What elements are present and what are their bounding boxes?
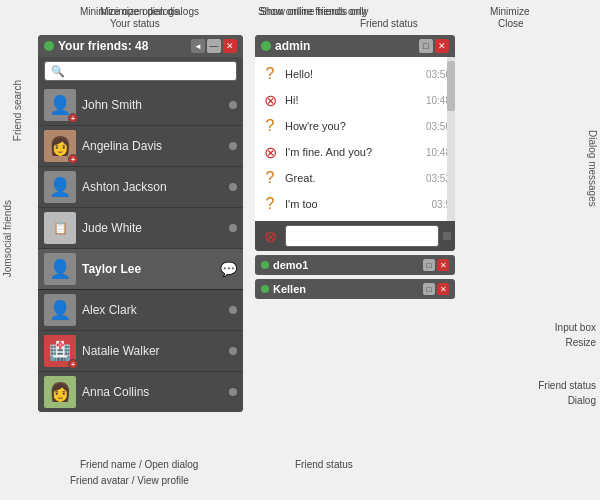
- badge-natalie: +: [68, 359, 78, 369]
- msg-row-2: ⊗ Hi! 10:48: [259, 87, 451, 113]
- scrollbar-track[interactable]: [447, 57, 455, 221]
- mini-online-dot-demo1: [261, 261, 269, 269]
- minimize-btn[interactable]: —: [207, 39, 221, 53]
- msg-text-1: Hello!: [285, 68, 422, 80]
- avatar-alex: 👤: [44, 294, 76, 326]
- mini-close-demo1[interactable]: ✕: [437, 259, 449, 271]
- mini-square-kellen[interactable]: □: [423, 283, 435, 295]
- avatar-jude: 📋: [44, 212, 76, 244]
- chat-icon-taylor: 💬: [220, 261, 237, 277]
- annotation-your-status: Your status: [110, 18, 160, 29]
- chat-square-btn[interactable]: □: [419, 39, 433, 53]
- avatar-wrap-angelina: 👩 +: [44, 130, 76, 162]
- status-dot-angelina: [229, 142, 237, 150]
- msg-row-1: ? Hello! 03:50: [259, 61, 451, 87]
- mini-panel-kellen: Kellen □ ✕: [255, 279, 455, 299]
- avatar-wrap-natalie: 🏥 +: [44, 335, 76, 367]
- friend-name-ashton: Ashton Jackson: [82, 180, 223, 194]
- msg-text-4: I'm fine. And you?: [285, 146, 422, 158]
- side-label-dialog-messages: Dialog messages: [587, 130, 598, 207]
- chat-input-area: ⊗: [255, 221, 455, 251]
- avatar-wrap-alex: 👤: [44, 294, 76, 326]
- online-indicator: [44, 41, 54, 51]
- chat-input[interactable]: [285, 225, 439, 247]
- friend-name-taylor: Taylor Lee: [82, 262, 214, 276]
- mini-controls-kellen: □ ✕: [423, 283, 449, 295]
- avatar-wrap-taylor: 👤: [44, 253, 76, 285]
- annotation-minimize-dialogs: Minimize open dialogs: [100, 6, 199, 17]
- side-label-friend-search: Friend search: [12, 80, 23, 141]
- friend-name-natalie: Natalie Walker: [82, 344, 223, 358]
- msg-avatar-3: ?: [259, 115, 281, 137]
- chat-header-admin: admin □ ✕: [255, 35, 455, 57]
- annotation-friend-status-bottom: Friend status: [538, 380, 596, 391]
- msg-avatar-4: ⊗: [259, 141, 281, 163]
- main-container: Your friends: 48 ◄ — ✕ 👤 + John Smith: [38, 35, 455, 412]
- search-input[interactable]: [44, 61, 237, 81]
- avatar-wrap-john: 👤 +: [44, 89, 76, 121]
- mini-title-kellen: Kellen: [273, 283, 419, 295]
- friend-item-anna[interactable]: 👩 Anna Collins: [38, 372, 243, 412]
- annotation-input-box: Input box: [555, 322, 596, 333]
- annotation-friend-name: Friend name / Open dialog: [80, 459, 198, 470]
- msg-avatar-6: ?: [259, 193, 281, 215]
- mini-title-demo1: demo1: [273, 259, 419, 271]
- friend-list-title: Your friends: 48: [58, 39, 187, 53]
- chat-controls: □ ✕: [419, 39, 449, 53]
- mini-controls-demo1: □ ✕: [423, 259, 449, 271]
- mini-close-kellen[interactable]: ✕: [437, 283, 449, 295]
- annotation-close: Close: [498, 18, 524, 29]
- status-dot-ashton: [229, 183, 237, 191]
- friend-item-jude[interactable]: 📋 Jude White: [38, 208, 243, 249]
- friend-item-angelina[interactable]: 👩 + Angelina Davis: [38, 126, 243, 167]
- friend-list-panel: Your friends: 48 ◄ — ✕ 👤 + John Smith: [38, 35, 243, 412]
- chat-panel-admin: admin □ ✕ ? Hello! 03:50 ⊗ Hi! 10:48: [255, 35, 455, 251]
- close-btn[interactable]: ✕: [223, 39, 237, 53]
- status-dot-john: [229, 101, 237, 109]
- friend-list-header: Your friends: 48 ◄ — ✕: [38, 35, 243, 57]
- msg-avatar-5: ?: [259, 167, 281, 189]
- resize-handle[interactable]: [443, 232, 451, 240]
- status-dot-alex: [229, 306, 237, 314]
- friend-item-john-smith[interactable]: 👤 + John Smith: [38, 85, 243, 126]
- msg-avatar-2: ⊗: [259, 89, 281, 111]
- avatar-wrap-jude: 📋: [44, 212, 76, 244]
- annotation-friend-avatar: Friend avatar / View profile: [70, 475, 189, 486]
- avatar-ashton: 👤: [44, 171, 76, 203]
- friend-item-taylor[interactable]: 👤 Taylor Lee 💬: [38, 249, 243, 290]
- search-container: [38, 57, 243, 85]
- msg-text-3: How're you?: [285, 120, 422, 132]
- annotation-resize: Resize: [565, 337, 596, 348]
- chat-close-btn[interactable]: ✕: [435, 39, 449, 53]
- status-dot-jude: [229, 224, 237, 232]
- chat-title-admin: admin: [275, 39, 415, 53]
- scrollbar-thumb[interactable]: [447, 61, 455, 111]
- friend-name-anna: Anna Collins: [82, 385, 223, 399]
- mini-online-dot-kellen: [261, 285, 269, 293]
- annotation-minimize: Minimize: [490, 6, 529, 17]
- badge-john: +: [68, 113, 78, 123]
- avatar-anna: 👩: [44, 376, 76, 408]
- msg-avatar-1: ?: [259, 63, 281, 85]
- msg-text-6: I'm too: [285, 198, 428, 210]
- msg-text-5: Great.: [285, 172, 422, 184]
- chat-online-dot: [261, 41, 271, 51]
- friend-item-ashton[interactable]: 👤 Ashton Jackson: [38, 167, 243, 208]
- side-label-jomsocial: Jomsocial friends: [2, 200, 13, 277]
- friend-list-scroll[interactable]: 👤 + John Smith 👩 + Angelina Davis 👤: [38, 85, 243, 412]
- mini-panel-demo1: demo1 □ ✕: [255, 255, 455, 275]
- chat-user-icon: ⊗: [259, 225, 281, 247]
- friend-item-natalie[interactable]: 🏥 + Natalie Walker: [38, 331, 243, 372]
- mini-square-demo1[interactable]: □: [423, 259, 435, 271]
- annotation-friend-status-bottom2: Friend status: [295, 459, 353, 470]
- msg-row-6: ? I'm too 03:5: [259, 191, 451, 217]
- status-dot-natalie: [229, 347, 237, 355]
- chat-messages[interactable]: ? Hello! 03:50 ⊗ Hi! 10:48 ? How're you?…: [255, 57, 455, 221]
- annotation-friend-status-top: Friend status: [360, 18, 418, 29]
- arrow-btn[interactable]: ◄: [191, 39, 205, 53]
- status-dot-anna: [229, 388, 237, 396]
- badge-angelina: +: [68, 154, 78, 164]
- annotation-show-online-text: Show online friends only: [258, 6, 366, 17]
- friend-item-alex[interactable]: 👤 Alex Clark: [38, 290, 243, 331]
- friend-name-angelina: Angelina Davis: [82, 139, 223, 153]
